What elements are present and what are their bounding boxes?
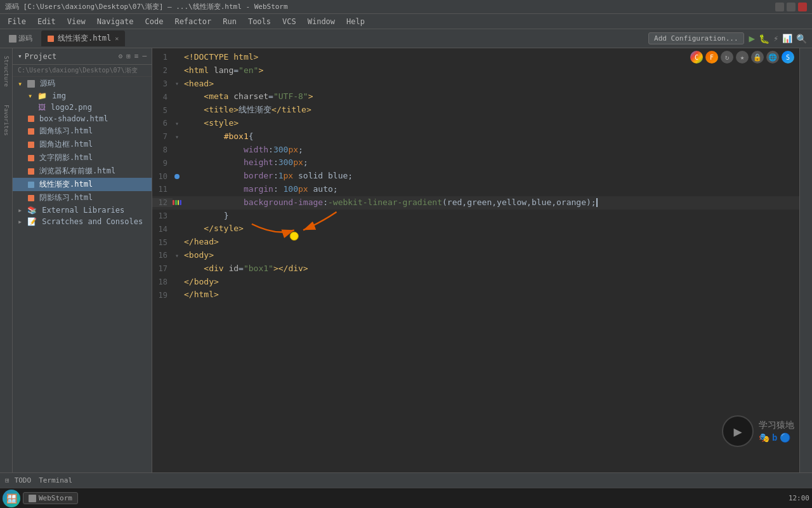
code-line-7: 7 ▾ #box1{ bbox=[152, 130, 799, 144]
sidebar-img-label: img bbox=[52, 91, 66, 100]
code-line-5: 5 <title>线性渐变</title> bbox=[152, 104, 799, 117]
sidebar-boxshadow-label: box-shadow.html bbox=[39, 114, 108, 123]
minimize-btn[interactable] bbox=[775, 3, 784, 11]
status-todo[interactable]: TODO bbox=[15, 476, 32, 485]
code-line-15: 15 </head> bbox=[152, 236, 799, 249]
sidebar-linear-label: 线性渐变.html bbox=[39, 179, 93, 190]
sidebar-source-label: 源码 bbox=[40, 78, 55, 89]
favorites-tab[interactable]: Favorites bbox=[2, 102, 11, 138]
sidebar-item-prefix[interactable]: 浏览器私有前缀.html bbox=[13, 164, 152, 178]
code-line-17: 17 <div id="box1"></div> bbox=[152, 262, 799, 276]
coverage-icon[interactable]: ⚡ bbox=[773, 34, 778, 43]
menu-file[interactable]: File bbox=[3, 16, 31, 27]
menu-view[interactable]: View bbox=[62, 16, 91, 27]
menu-vcs[interactable]: VCS bbox=[277, 16, 301, 27]
color-dot-green bbox=[175, 200, 177, 205]
sidebar-item-logo2[interactable]: 🖼 logo2.png bbox=[13, 102, 152, 113]
toolbar-source[interactable]: 源码 bbox=[5, 32, 36, 44]
browser-icon-safari[interactable]: S bbox=[782, 51, 794, 64]
tab-linear-gradient[interactable]: 线性渐变.html ✕ bbox=[41, 30, 125, 46]
project-panel: ▾ Project ⚙ ⊞ ≡ ─ C:\Users\daxiong\Deskt… bbox=[13, 48, 152, 472]
sidebar-item-linear[interactable]: 线性渐变.html bbox=[13, 178, 152, 191]
sidebar-item-extlibs[interactable]: ▸ 📚 External Libraries bbox=[13, 204, 152, 216]
gear-icon[interactable]: ⚙ bbox=[119, 52, 123, 60]
profile-icon[interactable]: 📊 bbox=[782, 34, 792, 43]
watermark-text-block: 学习猿地 🎭 b 🔵 bbox=[759, 420, 794, 443]
status-bar: ⊞ TODO Terminal bbox=[0, 472, 812, 488]
structure-tab[interactable]: Structure bbox=[2, 53, 11, 90]
browser-icons-bar: C F ↻ ★ 🔒 🌐 S bbox=[690, 51, 794, 64]
main-area: Structure Favorites ▾ Project ⚙ ⊞ ≡ ─ C:… bbox=[0, 48, 812, 472]
title-bar-controls bbox=[775, 3, 807, 11]
menu-tools[interactable]: Tools bbox=[243, 16, 276, 27]
watermark: ▶ 学习猿地 🎭 b 🔵 bbox=[722, 415, 794, 447]
tab-close-icon[interactable]: ✕ bbox=[115, 35, 119, 42]
add-config-btn[interactable]: Add Configuration... bbox=[648, 32, 743, 44]
sidebar-textshadow-label: 文字阴影.html bbox=[39, 152, 93, 163]
project-title: Project bbox=[25, 52, 57, 61]
sidebar-item-boxshadow[interactable]: box-shadow.html bbox=[13, 113, 152, 124]
code-line-3: 3 ▾ <head> bbox=[152, 77, 799, 91]
browser-icon-lock[interactable]: 🔒 bbox=[751, 51, 764, 64]
sidebar-scratches-label: Scratches and Consoles bbox=[42, 217, 143, 226]
status-terminal[interactable]: Terminal bbox=[39, 476, 72, 485]
maximize-btn[interactable] bbox=[787, 3, 796, 11]
editor-area[interactable]: C F ↻ ★ 🔒 🌐 S 1 <!DOCTYPE html> 2 <html … bbox=[152, 48, 799, 472]
project-header: ▾ Project ⚙ ⊞ ≡ ─ bbox=[13, 48, 152, 65]
code-line-4: 4 <meta charset="UTF-8"> bbox=[152, 90, 799, 104]
sidebar-roundborder-label: 圆角边框.html bbox=[39, 139, 93, 150]
run-icon[interactable]: ▶ bbox=[749, 32, 756, 44]
play-button-circle[interactable]: ▶ bbox=[722, 415, 754, 447]
tab-filename: 线性渐变.html bbox=[58, 33, 111, 44]
sidebar-extlibs-label: External Libraries bbox=[42, 206, 124, 215]
menu-run[interactable]: Run bbox=[218, 16, 242, 27]
sidebar-logo2-label: logo2.png bbox=[51, 103, 92, 112]
minimize-panel-icon[interactable]: ─ bbox=[142, 52, 147, 60]
search-icon[interactable]: 🔍 bbox=[796, 34, 807, 44]
menu-window[interactable]: Window bbox=[303, 16, 340, 27]
code-line-8: 8 width:300px; bbox=[152, 144, 799, 157]
code-editor[interactable]: 1 <!DOCTYPE html> 2 <html lang="en"> 3 ▾… bbox=[152, 48, 799, 472]
menu-code[interactable]: Code bbox=[140, 16, 169, 27]
code-line-16: 16 ▾ <body> bbox=[152, 249, 799, 262]
sidebar-roundex-label: 圆角练习.html bbox=[39, 126, 93, 137]
code-line-9: 9 height:300px; bbox=[152, 156, 799, 170]
menu-edit[interactable]: Edit bbox=[32, 16, 61, 27]
sidebar-item-source[interactable]: ▾ 源码 bbox=[13, 77, 152, 90]
menu-refactor[interactable]: Refactor bbox=[169, 16, 216, 27]
taskbar-webstorm[interactable]: WebStorm bbox=[23, 492, 78, 504]
layout-icon[interactable]: ⊞ bbox=[126, 52, 131, 60]
title-bar: 源码 [C:\Users\daxiong\Desktop\07\渐变] — ..… bbox=[0, 0, 812, 14]
menu-navigate[interactable]: Navigate bbox=[92, 16, 139, 27]
project-dropdown-icon[interactable]: ▾ bbox=[18, 52, 22, 60]
right-strip bbox=[799, 48, 812, 472]
sidebar-item-textshadow[interactable]: 文字阴影.html bbox=[13, 151, 152, 164]
close-btn[interactable] bbox=[798, 3, 807, 11]
menu-help[interactable]: Help bbox=[341, 16, 370, 27]
code-line-18: 18 </body> bbox=[152, 276, 799, 289]
settings-icon[interactable]: ≡ bbox=[134, 52, 139, 60]
taskbar: 🪟 WebStorm 12:00 bbox=[0, 488, 812, 508]
sidebar-item-scratches[interactable]: ▸ 📝 Scratches and Consoles bbox=[13, 216, 152, 227]
browser-icon-refresh[interactable]: ↻ bbox=[721, 51, 733, 64]
watermark-icon2: b bbox=[772, 432, 777, 443]
toolbar: 源码 线性渐变.html ✕ Add Configuration... ▶ 🐛 … bbox=[0, 29, 812, 48]
color-dot-yellow bbox=[178, 200, 180, 205]
color-dot-red bbox=[173, 200, 174, 205]
browser-icon-firefox[interactable]: F bbox=[705, 51, 718, 64]
menu-bar: File Edit View Navigate Code Refactor Ru… bbox=[0, 14, 812, 29]
browser-icon-star[interactable]: ★ bbox=[736, 51, 749, 64]
code-line-19: 19 </html> bbox=[152, 288, 799, 302]
debug-icon[interactable]: 🐛 bbox=[759, 34, 769, 44]
sidebar-item-shadow[interactable]: 阴影练习.html bbox=[13, 191, 152, 204]
start-button[interactable]: 🪟 bbox=[3, 490, 20, 507]
status-layout-icon[interactable]: ⊞ bbox=[5, 476, 10, 485]
sidebar-item-roundex[interactable]: 圆角练习.html bbox=[13, 124, 152, 138]
taskbar-right: 12:00 bbox=[789, 494, 809, 502]
browser-icon-chrome[interactable]: C bbox=[690, 51, 703, 64]
sidebar-item-img[interactable]: ▾ 📁 img bbox=[13, 90, 152, 102]
browser-icon-globe[interactable]: 🌐 bbox=[766, 51, 779, 64]
sidebar-shadow-label: 阴影练习.html bbox=[39, 192, 93, 203]
watermark-icon1: 🎭 bbox=[759, 432, 769, 443]
sidebar-item-roundborder[interactable]: 圆角边框.html bbox=[13, 138, 152, 151]
